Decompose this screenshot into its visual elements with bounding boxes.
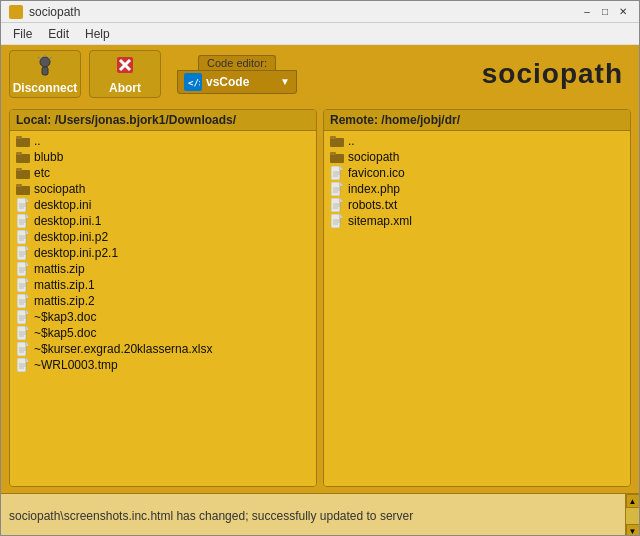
item-name: desktop.ini: [34, 198, 91, 212]
item-name: favicon.ico: [348, 166, 405, 180]
svg-rect-77: [331, 166, 340, 180]
svg-rect-73: [330, 138, 344, 147]
svg-rect-10: [16, 138, 30, 147]
list-item[interactable]: desktop.ini: [10, 197, 316, 213]
close-button[interactable]: ✕: [615, 4, 631, 20]
menu-file[interactable]: File: [5, 25, 40, 43]
list-item[interactable]: desktop.ini.p2.1: [10, 245, 316, 261]
list-item[interactable]: sitemap.xml: [324, 213, 630, 229]
list-item[interactable]: sociopath: [324, 149, 630, 165]
file-icon: [330, 198, 344, 212]
svg-marker-54: [26, 310, 29, 314]
item-name: mattis.zip: [34, 262, 85, 276]
list-item[interactable]: mattis.zip.1: [10, 277, 316, 293]
svg-rect-87: [331, 198, 340, 212]
svg-marker-64: [26, 342, 29, 346]
svg-rect-18: [17, 198, 26, 212]
svg-rect-33: [17, 246, 26, 260]
list-item[interactable]: mattis.zip: [10, 261, 316, 277]
status-text: sociopath\screenshots.inc.html has chang…: [9, 509, 631, 523]
list-item[interactable]: ~$kurser.exgrad.20klasserna.xlsx: [10, 341, 316, 357]
item-name: desktop.ini.1: [34, 214, 101, 228]
file-icon: [330, 166, 344, 180]
svg-line-2: [38, 57, 41, 59]
item-name: blubb: [34, 150, 63, 164]
item-name: mattis.zip.2: [34, 294, 95, 308]
list-item[interactable]: etc: [10, 165, 316, 181]
menu-edit[interactable]: Edit: [40, 25, 77, 43]
list-item[interactable]: mattis.zip.2: [10, 293, 316, 309]
svg-rect-75: [330, 154, 344, 163]
list-item[interactable]: ~$kap3.doc: [10, 309, 316, 325]
titlebar-controls: – □ ✕: [579, 4, 631, 20]
editor-name: vsCode: [206, 75, 276, 89]
local-panel-header: Local: /Users/jonas.bjork1/Downloads/: [10, 110, 316, 131]
list-item[interactable]: desktop.ini.1: [10, 213, 316, 229]
list-item[interactable]: robots.txt: [324, 197, 630, 213]
statusbar: sociopath\screenshots.inc.html has chang…: [1, 493, 639, 536]
svg-text:</>: </>: [188, 78, 200, 88]
svg-rect-43: [17, 278, 26, 292]
maximize-button[interactable]: □: [597, 4, 613, 20]
svg-marker-29: [26, 230, 29, 234]
item-name: sociopath: [34, 182, 85, 196]
file-icon: [330, 214, 344, 228]
minimize-button[interactable]: –: [579, 4, 595, 20]
folder-icon: [16, 134, 30, 148]
svg-rect-13: [16, 152, 22, 155]
svg-rect-16: [16, 186, 30, 195]
svg-marker-78: [340, 166, 343, 170]
local-panel-content[interactable]: .. blubb etc sociopath desktop.ini: [10, 131, 316, 486]
list-item[interactable]: ..: [10, 133, 316, 149]
svg-marker-93: [340, 214, 343, 218]
item-name: ~WRL0003.tmp: [34, 358, 118, 372]
svg-rect-53: [17, 310, 26, 324]
file-icon: [16, 342, 30, 356]
remote-panel-content[interactable]: .. sociopath favicon.ico index.php: [324, 131, 630, 486]
folder-icon: [330, 150, 344, 164]
statusbar-scrollbar: ▲ ▼: [625, 494, 639, 536]
abort-button[interactable]: Abort: [89, 50, 161, 98]
file-icon: [16, 246, 30, 260]
app-icon: [9, 5, 23, 19]
menu-help[interactable]: Help: [77, 25, 118, 43]
svg-rect-23: [17, 214, 26, 228]
svg-rect-1: [42, 67, 48, 75]
list-item[interactable]: ~$kap5.doc: [10, 325, 316, 341]
file-icon: [16, 326, 30, 340]
svg-rect-74: [330, 136, 336, 139]
item-name: ~$kurser.exgrad.20klasserna.xlsx: [34, 342, 212, 356]
svg-rect-38: [17, 262, 26, 276]
svg-rect-12: [16, 154, 30, 163]
folder-icon: [330, 134, 344, 148]
list-item[interactable]: ~WRL0003.tmp: [10, 357, 316, 373]
code-editor-section: Code editor: </> vsCode ▼: [177, 55, 297, 94]
svg-rect-76: [330, 152, 336, 155]
item-name: ..: [348, 134, 355, 148]
list-item[interactable]: sociopath: [10, 181, 316, 197]
list-item[interactable]: ..: [324, 133, 630, 149]
titlebar-left: sociopath: [9, 5, 80, 19]
list-item[interactable]: desktop.ini.p2: [10, 229, 316, 245]
list-item[interactable]: index.php: [324, 181, 630, 197]
scroll-up-button[interactable]: ▲: [626, 494, 640, 508]
scroll-down-button[interactable]: ▼: [626, 524, 640, 536]
svg-marker-69: [26, 358, 29, 362]
file-icon: [16, 214, 30, 228]
svg-rect-17: [16, 184, 22, 187]
code-editor-dropdown[interactable]: </> vsCode ▼: [177, 70, 297, 94]
svg-marker-44: [26, 278, 29, 282]
list-item[interactable]: favicon.ico: [324, 165, 630, 181]
list-item[interactable]: blubb: [10, 149, 316, 165]
file-icon: [16, 358, 30, 372]
local-panel: Local: /Users/jonas.bjork1/Downloads/ ..…: [9, 109, 317, 487]
svg-rect-11: [16, 136, 22, 139]
disconnect-button[interactable]: Disconnect: [9, 50, 81, 98]
svg-marker-39: [26, 262, 29, 266]
svg-marker-24: [26, 214, 29, 218]
file-icon: [330, 182, 344, 196]
toolbar: Disconnect Abort Code editor: </> vsCode…: [1, 45, 639, 103]
svg-rect-28: [17, 230, 26, 244]
item-name: mattis.zip.1: [34, 278, 95, 292]
window-title: sociopath: [29, 5, 80, 19]
